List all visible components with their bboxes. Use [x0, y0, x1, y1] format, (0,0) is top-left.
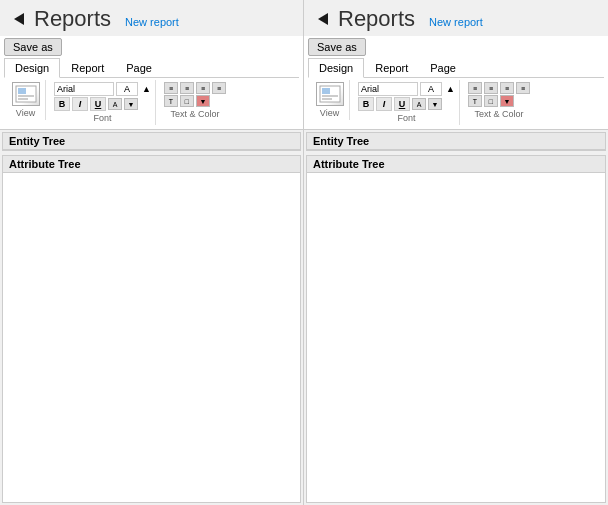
text-format1-icon[interactable]: T — [164, 95, 178, 107]
right-panel: Reports New report Save as Design Report… — [304, 0, 608, 505]
view-group: View — [6, 80, 46, 120]
ribbon-content: View ▲ B I U A ▼ F — [4, 78, 299, 127]
svg-rect-8 — [322, 95, 338, 97]
border-icon[interactable]: □ — [180, 95, 194, 107]
preview-icon[interactable] — [12, 82, 40, 106]
ribbon-tabs: Design Report Page — [308, 58, 604, 78]
header: Reports New report — [0, 0, 303, 36]
underline-button[interactable]: U — [90, 97, 106, 111]
align-justify-icon[interactable]: ≡ — [212, 82, 226, 94]
fill-color-icon[interactable]: ▼ — [500, 95, 514, 107]
svg-marker-5 — [318, 13, 328, 25]
text-format1-icon[interactable]: T — [468, 95, 482, 107]
attribute-tree-panel: Attribute Tree — [306, 155, 606, 503]
content-area: Entity Tree Attribute Tree — [0, 130, 303, 505]
tab-page[interactable]: Page — [419, 58, 467, 77]
fill-color-icon[interactable]: ▼ — [196, 95, 210, 107]
font-size-input[interactable] — [116, 82, 138, 96]
save-as-button[interactable]: Save as — [4, 38, 62, 56]
svg-rect-3 — [18, 95, 34, 97]
svg-rect-2 — [18, 88, 26, 94]
page-title: Reports — [34, 6, 111, 32]
attribute-tree-panel: Attribute Tree — [2, 155, 301, 503]
font-label: Font — [93, 113, 111, 123]
font-size-up[interactable]: ▲ — [142, 84, 151, 94]
font-label: Font — [397, 113, 415, 123]
svg-rect-7 — [322, 88, 330, 94]
font-group: ▲ B I U A ▼ Font — [354, 80, 460, 125]
font-tools: ▲ B I U A ▼ — [54, 82, 151, 111]
underline-button[interactable]: U — [394, 97, 410, 111]
font-size-input[interactable] — [420, 82, 442, 96]
font-family-input[interactable] — [54, 82, 114, 96]
bold-button[interactable]: B — [358, 97, 374, 111]
font-color-button[interactable]: A — [412, 98, 426, 110]
view-label: View — [320, 108, 339, 118]
text-color-label: Text & Color — [474, 109, 523, 119]
preview-icon[interactable] — [316, 82, 344, 106]
align-right-icon[interactable]: ≡ — [196, 82, 210, 94]
attribute-tree-header: Attribute Tree — [3, 156, 300, 173]
font-tools: ▲ B I U A ▼ — [358, 82, 455, 111]
tab-report[interactable]: Report — [364, 58, 419, 77]
align-justify-icon[interactable]: ≡ — [516, 82, 530, 94]
font-family-input[interactable] — [358, 82, 418, 96]
highlight-button[interactable]: ▼ — [124, 98, 138, 110]
italic-button[interactable]: I — [376, 97, 392, 111]
entity-tree-panel: Entity Tree — [306, 132, 606, 151]
new-report-link[interactable]: New report — [125, 16, 179, 28]
text-tools: ≡ ≡ ≡ ≡ T □ ▼ — [468, 82, 530, 107]
new-report-link[interactable]: New report — [429, 16, 483, 28]
align-left-icon[interactable]: ≡ — [164, 82, 178, 94]
content-area: Entity Tree Attribute Tree — [304, 130, 608, 505]
svg-rect-4 — [18, 98, 28, 100]
text-color-group: ≡ ≡ ≡ ≡ T □ ▼ Text & Color — [464, 80, 534, 121]
entity-tree-panel: Entity Tree — [2, 132, 301, 151]
tab-design[interactable]: Design — [4, 58, 60, 78]
svg-rect-9 — [322, 98, 332, 100]
page-title: Reports — [338, 6, 415, 32]
italic-button[interactable]: I — [72, 97, 88, 111]
entity-tree-header: Entity Tree — [3, 133, 300, 150]
ribbon: Save as Design Report Page View — [0, 36, 303, 130]
font-color-button[interactable]: A — [108, 98, 122, 110]
entity-tree-header: Entity Tree — [307, 133, 605, 150]
attribute-tree-header: Attribute Tree — [307, 156, 605, 173]
text-color-label: Text & Color — [170, 109, 219, 119]
text-color-group: ≡ ≡ ≡ ≡ T □ ▼ Text & Color — [160, 80, 230, 121]
left-panel: Reports New report Save as Design Report… — [0, 0, 304, 505]
align-left-icon[interactable]: ≡ — [468, 82, 482, 94]
align-right-icon[interactable]: ≡ — [500, 82, 514, 94]
align-center-icon[interactable]: ≡ — [484, 82, 498, 94]
ribbon-tabs: Design Report Page — [4, 58, 299, 78]
bold-button[interactable]: B — [54, 97, 70, 111]
font-group: ▲ B I U A ▼ Font — [50, 80, 156, 125]
back-button[interactable] — [8, 9, 28, 29]
svg-marker-0 — [14, 13, 24, 25]
tab-page[interactable]: Page — [115, 58, 163, 77]
back-button[interactable] — [312, 9, 332, 29]
ribbon: Save as Design Report Page View — [304, 36, 608, 130]
view-group: View — [310, 80, 350, 120]
tab-design[interactable]: Design — [308, 58, 364, 78]
header: Reports New report — [304, 0, 608, 36]
text-tools: ≡ ≡ ≡ ≡ T □ ▼ — [164, 82, 226, 107]
align-center-icon[interactable]: ≡ — [180, 82, 194, 94]
font-size-up[interactable]: ▲ — [446, 84, 455, 94]
view-label: View — [16, 108, 35, 118]
tab-report[interactable]: Report — [60, 58, 115, 77]
highlight-button[interactable]: ▼ — [428, 98, 442, 110]
border-icon[interactable]: □ — [484, 95, 498, 107]
ribbon-content: View ▲ B I U A ▼ F — [308, 78, 604, 127]
save-as-button[interactable]: Save as — [308, 38, 366, 56]
